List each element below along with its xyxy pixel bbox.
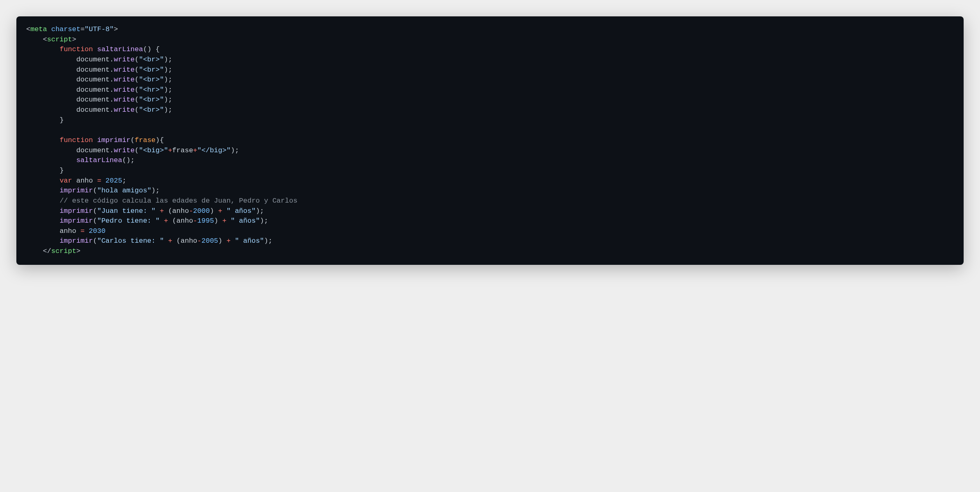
operator: + [160,207,164,215]
string: " años" [235,237,264,245]
paren: ( [122,156,126,164]
paren: ( [93,237,97,245]
code-line: document.write("<br>"); [26,105,954,115]
identifier: document [76,147,110,154]
string: "Pedro tiene: " [97,217,160,225]
semicolon: ; [155,187,160,194]
dot: . [110,147,114,154]
operator: + [168,147,172,154]
operator: - [193,217,197,225]
operator: + [168,237,172,245]
code-line: saltarLinea(); [26,156,954,166]
identifier: document [76,86,110,94]
code-line: document.write("<hr>"); [26,85,954,95]
parameter: frase [135,136,155,144]
operator: - [189,207,193,215]
brace: } [60,116,64,124]
semicolon: ; [264,217,268,225]
paren: ) [164,66,168,74]
paren: ( [135,86,139,94]
string: "Juan tiene: " [97,207,155,215]
identifier: document [76,76,110,84]
paren: ) [164,56,168,63]
operator: + [223,217,227,225]
paren: ) [164,96,168,104]
angle-bracket: </ [43,247,51,255]
identifier: anho [76,177,93,185]
method: write [114,147,135,154]
method: write [114,56,135,63]
number: 2025 [106,177,122,185]
string: "<br>" [139,56,164,63]
identifier: anho [172,207,189,215]
string: "Carlos tiene: " [97,237,164,245]
method: write [114,76,135,84]
semicolon: ; [168,66,172,74]
string: "</big>" [197,147,231,154]
tag-name: script [51,247,76,255]
function-call: saltarLinea [76,156,122,164]
semicolon: ; [260,207,264,215]
string: " años" [227,207,256,215]
function-name: saltarLinea [97,45,143,53]
paren: ( [135,66,139,74]
number: 2005 [202,237,218,245]
paren: ( [168,207,172,215]
semicolon: ; [168,96,172,104]
equals: = [81,25,85,33]
code-line: imprimir("Pedro tiene: " + (anho-1995) +… [26,216,954,226]
code-line: document.write("<big>"+frase+"</big>"); [26,146,954,156]
function-call: imprimir [60,187,93,194]
semicolon: ; [168,76,172,84]
paren: ) [164,76,168,84]
keyword: function [60,136,93,144]
operator: = [81,227,85,235]
operator: + [193,147,197,154]
operator: + [218,207,222,215]
paren: ) [231,147,235,154]
dot: . [110,106,114,114]
method: write [114,66,135,74]
paren: ) [147,45,151,53]
string: "<br>" [139,106,164,114]
paren: ) [264,237,268,245]
number: 2000 [193,207,210,215]
tag-name: script [47,36,72,43]
dot: . [110,76,114,84]
number: 2030 [89,227,106,235]
comment: // este código calcula las edades de Jua… [60,197,298,205]
dot: . [110,56,114,63]
paren: ( [135,96,139,104]
operator: + [164,217,168,225]
code-block: <meta charset="UTF-8"> <script> function… [16,16,964,265]
paren: ) [256,207,260,215]
brace: { [160,136,164,144]
method: write [114,86,135,94]
semicolon: ; [268,237,272,245]
paren: ) [151,187,155,194]
string: " años" [231,217,260,225]
paren: ( [176,237,180,245]
operator: + [227,237,231,245]
paren: ( [172,217,176,225]
string: "<hr>" [139,86,164,94]
paren: ( [135,147,139,154]
paren: ( [130,136,135,144]
identifier: document [76,96,110,104]
code-line: </script> [26,246,954,257]
dot: . [110,86,114,94]
string: "hola amigos" [97,187,151,194]
paren: ) [164,106,168,114]
code-line: var anho = 2025; [26,176,954,186]
operator: - [197,237,201,245]
function-name: imprimir [97,136,130,144]
code-line: <meta charset="UTF-8"> [26,25,954,35]
paren: ) [126,156,130,164]
paren: ) [164,86,168,94]
paren: ) [210,207,214,215]
paren: ( [143,45,147,53]
tag-name: meta [30,25,47,33]
semicolon: ; [235,147,239,154]
angle-bracket: < [43,36,47,43]
code-line: } [26,115,954,126]
